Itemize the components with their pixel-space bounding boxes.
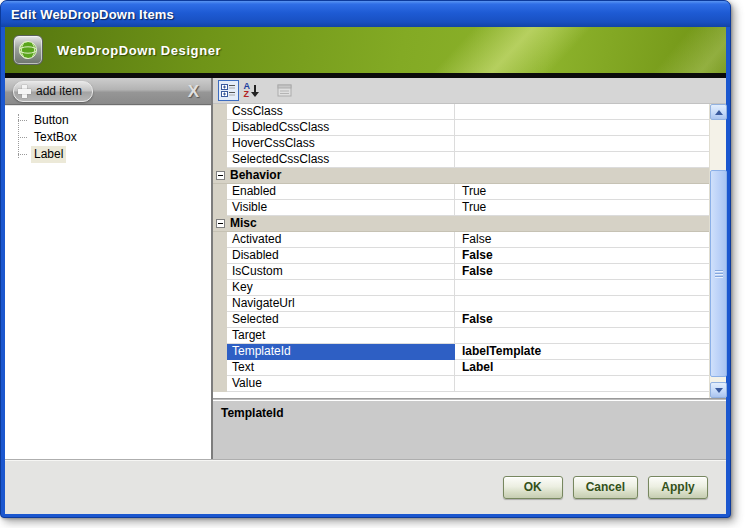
indent-strip <box>213 136 227 152</box>
arrow-up-icon <box>715 110 723 115</box>
property-row-hovercssclass[interactable]: HoverCssClass <box>213 136 709 152</box>
scroll-up-button[interactable] <box>710 104 727 120</box>
property-value[interactable] <box>455 280 709 296</box>
items-panel: add item X ButtonTextBoxLabel <box>5 78 213 459</box>
property-name[interactable]: Enabled <box>227 184 455 200</box>
cancel-button[interactable]: Cancel <box>573 476 638 499</box>
tree-item-textbox[interactable]: TextBox <box>5 129 211 146</box>
dialog-body: add item X ButtonTextBoxLabel <box>5 78 726 459</box>
edit-webdropdown-items-dialog: Edit WebDropDown Items WebDropDown Desig… <box>0 0 731 518</box>
description-pane: TemplateId <box>213 401 726 459</box>
plus-icon <box>18 85 31 98</box>
indent-strip <box>213 264 227 280</box>
property-value[interactable] <box>455 104 709 120</box>
property-grid: CssClassDisabledCssClassHoverCssClassSel… <box>213 104 726 398</box>
delete-item-icon[interactable]: X <box>188 83 203 100</box>
property-value[interactable]: False <box>455 248 709 264</box>
property-value[interactable] <box>455 136 709 152</box>
tree-item-label: Button <box>31 112 72 129</box>
property-name[interactable]: Disabled <box>227 248 455 264</box>
property-row-enabled[interactable]: EnabledTrue <box>213 184 709 200</box>
property-row-visible[interactable]: VisibleTrue <box>213 200 709 216</box>
property-row-cssclass[interactable]: CssClass <box>213 104 709 120</box>
property-row-selected[interactable]: SelectedFalse <box>213 312 709 328</box>
property-grid-toolbar <box>213 78 726 104</box>
category-name: Behavior <box>230 168 281 183</box>
tree-item-button[interactable]: Button <box>5 112 211 129</box>
category-row-misc[interactable]: Misc <box>213 216 709 232</box>
dialog-footer: OK Cancel Apply <box>5 459 726 514</box>
property-value[interactable]: False <box>455 312 709 328</box>
property-value[interactable]: False <box>455 232 709 248</box>
property-name[interactable]: Value <box>227 376 455 392</box>
indent-strip <box>213 328 227 344</box>
collapse-icon[interactable] <box>216 171 225 180</box>
property-value[interactable]: True <box>455 184 709 200</box>
indent-strip <box>213 184 227 200</box>
description-title: TemplateId <box>221 406 718 420</box>
property-row-key[interactable]: Key <box>213 280 709 296</box>
property-row-selectedcssclass[interactable]: SelectedCssClass <box>213 152 709 168</box>
property-name[interactable]: SelectedCssClass <box>227 152 455 168</box>
indent-strip <box>213 280 227 296</box>
property-name[interactable]: HoverCssClass <box>227 136 455 152</box>
tree-item-label: Label <box>31 146 66 163</box>
property-row-disabledcssclass[interactable]: DisabledCssClass <box>213 120 709 136</box>
arrow-down-icon <box>715 388 723 393</box>
property-value[interactable] <box>455 328 709 344</box>
apply-button[interactable]: Apply <box>648 476 708 499</box>
indent-strip <box>213 312 227 328</box>
property-row-text[interactable]: TextLabel <box>213 360 709 376</box>
property-value[interactable]: labelTemplate <box>455 344 709 360</box>
property-value[interactable] <box>455 376 709 392</box>
property-value[interactable] <box>455 296 709 312</box>
designer-banner: WebDropDown Designer <box>5 27 726 73</box>
scrollbar-thumb[interactable] <box>710 170 727 377</box>
property-name[interactable]: DisabledCssClass <box>227 120 455 136</box>
property-row-target[interactable]: Target <box>213 328 709 344</box>
property-row-activated[interactable]: ActivatedFalse <box>213 232 709 248</box>
property-value[interactable]: True <box>455 200 709 216</box>
property-name[interactable]: NavigateUrl <box>227 296 455 312</box>
indent-strip <box>213 152 227 168</box>
property-name[interactable]: Visible <box>227 200 455 216</box>
categorized-icon[interactable] <box>218 80 239 101</box>
indent-strip <box>213 120 227 136</box>
collapse-icon[interactable] <box>216 219 225 228</box>
property-name[interactable]: CssClass <box>227 104 455 120</box>
items-tree-panel: ButtonTextBoxLabel <box>5 105 211 459</box>
indent-strip <box>213 376 227 392</box>
scroll-down-button[interactable] <box>710 382 727 398</box>
indent-strip <box>213 200 227 216</box>
property-value[interactable] <box>455 120 709 136</box>
category-row-behavior[interactable]: Behavior <box>213 168 709 184</box>
property-row-templateid[interactable]: TemplateIdlabelTemplate <box>213 344 709 360</box>
property-row-disabled[interactable]: DisabledFalse <box>213 248 709 264</box>
property-name[interactable]: IsCustom <box>227 264 455 280</box>
property-value[interactable]: Label <box>455 360 709 376</box>
banner-swoosh <box>515 27 726 73</box>
vertical-scrollbar[interactable] <box>709 104 726 398</box>
alphabetical-sort-icon[interactable] <box>241 80 262 101</box>
property-name[interactable]: Target <box>227 328 455 344</box>
scrollbar-grip <box>715 270 723 278</box>
property-row-iscustom[interactable]: IsCustomFalse <box>213 264 709 280</box>
add-item-label: add item <box>36 84 82 98</box>
tree-item-label[interactable]: Label <box>5 146 211 163</box>
indent-strip <box>213 232 227 248</box>
titlebar[interactable]: Edit WebDropDown Items <box>1 1 730 27</box>
property-row-value[interactable]: Value <box>213 376 709 392</box>
property-name[interactable]: Text <box>227 360 455 376</box>
designer-title: WebDropDown Designer <box>57 43 221 58</box>
property-name[interactable]: TemplateId <box>227 344 455 360</box>
property-name[interactable]: Activated <box>227 232 455 248</box>
tree-item-label: TextBox <box>31 129 80 146</box>
property-value[interactable]: False <box>455 264 709 280</box>
ok-button[interactable]: OK <box>503 476 563 499</box>
screen: Edit WebDropDown Items WebDropDown Desig… <box>0 0 745 528</box>
property-name[interactable]: Selected <box>227 312 455 328</box>
property-name[interactable]: Key <box>227 280 455 296</box>
property-row-navigateurl[interactable]: NavigateUrl <box>213 296 709 312</box>
property-value[interactable] <box>455 152 709 168</box>
add-item-button[interactable]: add item <box>13 81 93 102</box>
